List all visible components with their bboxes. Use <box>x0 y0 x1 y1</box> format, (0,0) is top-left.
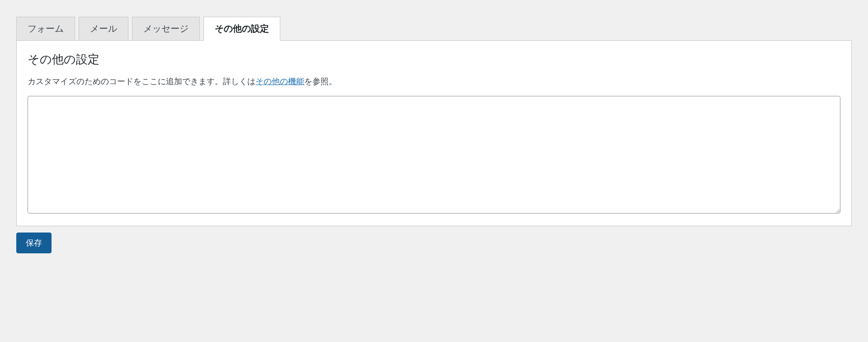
help-text: カスタマイズのためのコードをここに追加できます。詳しくはその他の機能を参照。 <box>28 76 840 88</box>
help-text-suffix: を参照。 <box>304 77 337 86</box>
additional-settings-textarea[interactable] <box>28 96 840 214</box>
panel-heading: その他の設定 <box>28 52 840 67</box>
tab-form[interactable]: フォーム <box>16 17 75 41</box>
settings-panel: その他の設定 カスタマイズのためのコードをここに追加できます。詳しくはその他の機… <box>16 40 852 226</box>
save-button[interactable]: 保存 <box>16 233 52 253</box>
tab-additional-settings[interactable]: その他の設定 <box>203 17 280 41</box>
tab-nav: フォーム メール メッセージ その他の設定 <box>16 16 852 40</box>
tab-mail[interactable]: メール <box>79 17 128 41</box>
help-text-prefix: カスタマイズのためのコードをここに追加できます。詳しくは <box>28 77 255 86</box>
help-link[interactable]: その他の機能 <box>255 77 304 86</box>
save-row: 保存 <box>16 233 852 253</box>
tab-messages[interactable]: メッセージ <box>132 17 200 41</box>
